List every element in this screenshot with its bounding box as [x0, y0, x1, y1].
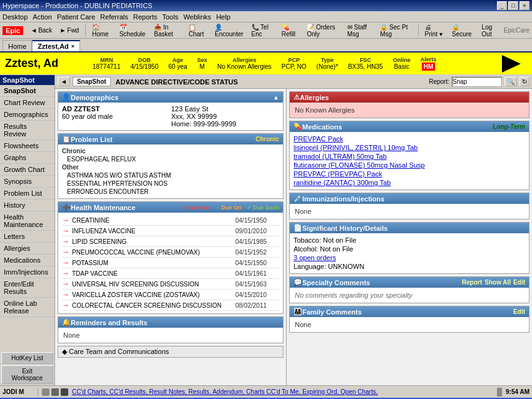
family-edit-link[interactable]: Edit: [513, 308, 525, 315]
mrn-label: MRN: [100, 57, 113, 63]
chart-button[interactable]: 📋 Chart: [186, 23, 210, 39]
minimize-button[interactable]: _: [497, 1, 507, 10]
type-label: Type: [321, 57, 334, 63]
med-item-1[interactable]: PREVPAC Pack: [294, 134, 525, 143]
home-button[interactable]: 🏠 Home: [90, 23, 115, 39]
sidebar-item-imm-injections[interactable]: Imm/Injections: [0, 266, 54, 278]
logout-button[interactable]: Log Out: [479, 23, 501, 39]
report-refresh-button[interactable]: ↻: [519, 77, 529, 86]
menu-reports[interactable]: Reports: [133, 13, 158, 21]
sidebar-item-letters[interactable]: Letters: [0, 231, 54, 243]
type-value: (None)*: [317, 63, 338, 70]
specialty-report-link[interactable]: Report: [462, 279, 482, 286]
hm-date-2: 09/01/2010: [235, 228, 279, 235]
staff-msg-button[interactable]: ✉ Staff Msg: [345, 23, 375, 39]
sig-item-3[interactable]: 3 open orders: [294, 253, 525, 262]
menu-action[interactable]: Action: [33, 13, 52, 21]
specialty-actions[interactable]: Report Show All Edit: [462, 279, 525, 286]
menu-referrals[interactable]: Referrals: [100, 13, 128, 21]
menu-desktop[interactable]: Desktop: [3, 13, 28, 21]
hm-name-7[interactable]: UNIVERSAL HIV SCREENING DISCUSSION: [72, 281, 235, 288]
close-button[interactable]: ×: [519, 1, 529, 10]
specialty-comments-title: 💬 Specialty Comments: [294, 278, 370, 286]
problem-item-1[interactable]: ESOPHAGEAL REFLUX: [62, 155, 279, 163]
demographics-expand-icon[interactable]: ▲: [273, 94, 279, 101]
med-item-4[interactable]: fluticasone (FLONASE) 50mcg Nasal Susp: [294, 161, 525, 169]
demographics-icon: 👤: [62, 93, 71, 101]
status-time: 9:54 AM: [506, 388, 529, 395]
hm-name-6[interactable]: TDAP VACCINE: [72, 270, 235, 277]
sidebar-item-allergies[interactable]: Allergies: [0, 243, 54, 255]
problem-item-3[interactable]: ESSENTIAL HYPERTENSION NOS: [62, 179, 279, 188]
tab-home[interactable]: Home: [3, 40, 32, 51]
family-actions[interactable]: Edit: [513, 308, 525, 315]
print-button[interactable]: 🖨 Print ▾: [422, 23, 448, 39]
field-sex: Sex M: [197, 57, 207, 70]
orders-button[interactable]: 📝 Orders Only: [304, 23, 342, 39]
forward-button[interactable]: ► Fwd: [57, 26, 81, 35]
menu-tools[interactable]: Tools: [162, 13, 178, 21]
alerts-badge[interactable]: HM: [422, 63, 436, 71]
refill-button[interactable]: 💊 Refill: [279, 23, 302, 39]
med-item-6[interactable]: ranitidine (ZANTAC) 300mg Tab: [294, 178, 525, 187]
schedule-button[interactable]: 📅 Schedule: [117, 23, 149, 39]
sidebar-item-results-review[interactable]: Results Review: [0, 121, 54, 140]
med-item-3[interactable]: tramadol (ULTRAM) 50mg Tab: [294, 152, 525, 161]
hm-name-5[interactable]: POTASSIUM: [72, 260, 235, 266]
tel-enc-button[interactable]: 📞 Tel Enc: [249, 23, 277, 39]
hm-name-1[interactable]: CREATININE: [72, 217, 235, 224]
menu-help[interactable]: Help: [216, 13, 230, 21]
hm-name-9[interactable]: COLORECTAL CANCER SCREENING DISCUSSION: [72, 302, 235, 309]
menu-weblinks[interactable]: Weblinks: [183, 13, 211, 21]
encounter-button[interactable]: 👤 Encounter: [212, 23, 246, 39]
hm-name-2[interactable]: INFLUENZA VACCINE: [72, 228, 235, 235]
hotkey-list-button[interactable]: HotKey List: [1, 352, 53, 364]
report-search-button[interactable]: 🔍: [504, 77, 517, 86]
sidebar-item-health-maintenance[interactable]: Health Maintenance: [0, 211, 54, 231]
sidebar-item-snapshot[interactable]: SnapShot: [0, 85, 54, 97]
maximize-button[interactable]: □: [508, 1, 518, 10]
sidebar-item-flowsheets[interactable]: Flowsheets: [0, 140, 54, 152]
sidebar-item-chart-review[interactable]: Chart Review: [0, 97, 54, 109]
specialty-comments-header: 💬 Specialty Comments Report Show All Edi…: [290, 277, 529, 288]
field-alerts: Alerts HM: [421, 56, 437, 71]
sidebar-item-medications[interactable]: Medications: [0, 255, 54, 266]
sidebar-section-snapshot[interactable]: SnapShot: [0, 75, 54, 85]
significant-history-header: 📄 Significant History/Details: [290, 223, 529, 233]
problem-item-4[interactable]: ERRONEOUS ENCOUNTER: [62, 188, 279, 196]
scroll-arrow[interactable]: [497, 388, 502, 396]
notification-text[interactable]: CC'd Charts, CC'd Results, Result Notes,…: [72, 388, 378, 395]
hm-row-7: → UNIVERSAL HIV SCREENING DISCUSSION 04/…: [62, 279, 279, 290]
tab-close-icon[interactable]: ×: [71, 43, 74, 49]
tab-zztest[interactable]: Zztest,Ad ×: [32, 40, 80, 51]
problem-item-2[interactable]: ASTHMA NOS W/O STATUS ASTHM: [62, 171, 279, 179]
med-item-2[interactable]: lisinopril (PRINIVIL, ZESTRIL) 10mg Tab: [294, 143, 525, 152]
hm-name-3[interactable]: LIPID SCREENING: [72, 238, 235, 245]
sec-pt-msg-button[interactable]: 🔒 Sec Pt Msg: [377, 23, 414, 39]
field-age: Age 60 yea: [168, 57, 187, 70]
hm-name-4[interactable]: PNEUMOCOCCAL VACCINE (PNEUMOVAX): [72, 249, 235, 256]
demographics-actions[interactable]: ▲: [273, 94, 279, 101]
secure-button[interactable]: 🔒 Secure: [449, 23, 477, 39]
in-basket-button[interactable]: 📥 In Basket: [151, 23, 183, 39]
snapshot-back-button[interactable]: ◄: [58, 77, 70, 86]
sidebar-item-demographics[interactable]: Demographics: [0, 109, 54, 121]
sidebar-item-graphs[interactable]: Graphs: [0, 152, 54, 164]
allergies-body: No Known Allergies: [290, 103, 529, 118]
sidebar-item-problem-list[interactable]: Problem List: [0, 188, 54, 200]
window-controls[interactable]: _ □ ×: [497, 1, 529, 10]
sidebar-item-growth-chart[interactable]: Growth Chart: [0, 164, 54, 176]
snapshot-tab-active[interactable]: SnapShot: [73, 77, 111, 86]
hm-name-8[interactable]: VARICELLA ZOSTER VACCINE (ZOSTAVAX): [72, 291, 235, 298]
specialty-showall-link[interactable]: Show All: [484, 279, 511, 286]
sidebar-item-enter-edit-results[interactable]: Enter/Edit Results: [0, 278, 54, 298]
menu-patient-care[interactable]: Patient Care: [57, 13, 95, 21]
back-button[interactable]: ◄ Back: [28, 26, 54, 35]
med-item-5[interactable]: PREVPAC (PREVPAC) Pack: [294, 169, 525, 178]
exit-workspace-button[interactable]: Exit Workspace: [1, 365, 53, 384]
sidebar-item-history[interactable]: History: [0, 200, 54, 211]
sidebar-item-synopsis[interactable]: Synopsis: [0, 176, 54, 188]
specialty-edit-link[interactable]: Edit: [513, 279, 525, 286]
sidebar-item-online-lab-release[interactable]: Online Lab Release: [0, 298, 54, 317]
report-input[interactable]: [452, 77, 502, 87]
